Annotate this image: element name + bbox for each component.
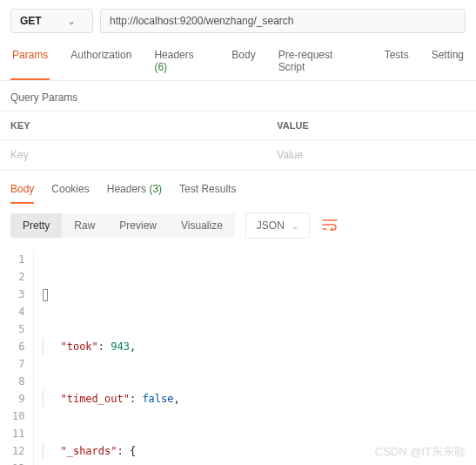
col-header-value: VALUE [266, 111, 476, 140]
view-visualize[interactable]: Visualize [169, 213, 235, 238]
query-params-table: KEY VALUE Key Value [0, 111, 476, 171]
rtab-body[interactable]: Body [10, 183, 34, 204]
http-method-label: GET [20, 15, 42, 27]
col-header-key: KEY [0, 111, 266, 140]
tab-params[interactable]: Params [10, 42, 50, 80]
rtab-headers[interactable]: Headers (3) [107, 183, 162, 204]
chevron-down-icon: ⌄ [292, 221, 298, 231]
code-content[interactable]: "took": 943, "timed_out": false, "_shard… [34, 251, 196, 465]
request-tabs: Params Authorization Headers (6) Body Pr… [0, 42, 476, 81]
tab-tests[interactable]: Tests [383, 42, 411, 80]
format-select[interactable]: JSON ⌄ [245, 212, 310, 239]
tab-prerequest[interactable]: Pre-request Script [277, 42, 364, 80]
table-row[interactable]: Key Value [0, 140, 476, 171]
view-toolbar: Pretty Raw Preview Visualize JSON ⌄ [0, 204, 476, 247]
chevron-down-icon: ⌄ [68, 17, 75, 26]
rtab-cookies[interactable]: Cookies [51, 183, 89, 204]
value-cell[interactable]: Value [266, 140, 476, 171]
query-params-title: Query Params [0, 81, 476, 111]
url-input[interactable] [100, 9, 466, 33]
line-gutter: 12345678910111213 [0, 251, 34, 465]
response-tabs: Body Cookies Headers (3) Test Results [0, 171, 476, 204]
tab-settings[interactable]: Setting [430, 42, 466, 80]
key-cell[interactable]: Key [0, 140, 266, 171]
http-method-select[interactable]: GET ⌄ [10, 9, 93, 33]
tab-headers[interactable]: Headers (6) [152, 42, 211, 80]
view-pretty[interactable]: Pretty [10, 213, 62, 238]
rtab-test-results[interactable]: Test Results [179, 183, 236, 204]
tab-body[interactable]: Body [230, 42, 257, 80]
response-body: 12345678910111213 "took": 943, "timed_ou… [0, 247, 476, 465]
view-preview[interactable]: Preview [107, 213, 169, 238]
tab-authorization[interactable]: Authorization [69, 42, 133, 80]
view-raw[interactable]: Raw [62, 213, 107, 238]
wrap-lines-icon[interactable] [322, 219, 338, 233]
